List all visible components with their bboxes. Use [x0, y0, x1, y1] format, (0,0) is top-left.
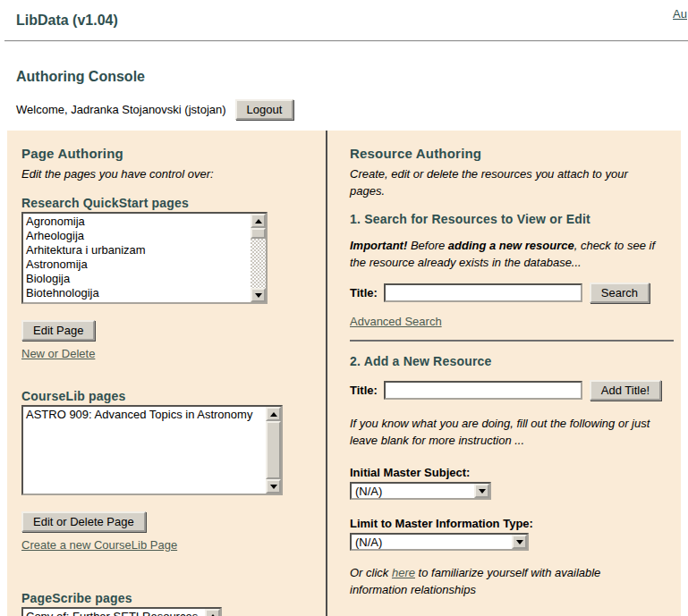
search-section-heading: 1. Search for Resources to View or Edit [350, 212, 674, 226]
add-title-label: Title: [350, 384, 378, 397]
resource-authoring-title: Resource Authoring [350, 146, 674, 161]
important-note-lead: Important! [350, 239, 407, 252]
list-item[interactable]: Biotehnologija [23, 286, 251, 300]
search-title-row: Title: Search [350, 283, 674, 303]
selected-value: (N/A) [352, 485, 474, 498]
main-panel: Page Authoring Edit the pages you have c… [7, 131, 681, 616]
scroll-up-button[interactable] [266, 407, 281, 421]
scroll-up-icon [255, 219, 262, 224]
search-button[interactable]: Search [590, 283, 650, 303]
scroll-down-icon [270, 485, 277, 489]
add-title-row: Title: Add Title! [350, 380, 674, 401]
list-item[interactable]: Astronomija [23, 257, 251, 272]
scrollbar-thumb[interactable] [251, 228, 266, 239]
add-instruction: If you know what you are doing, fill out… [350, 415, 654, 449]
master-information-type-select[interactable]: (N/A) [350, 533, 529, 551]
list-item[interactable]: Biologija [23, 272, 251, 286]
page-authoring-subtitle: Edit the pages you have control over: [21, 165, 326, 182]
resource-authoring-section: Resource Authoring Create, edit or delet… [327, 131, 681, 616]
initial-master-subject-select[interactable]: (N/A) [350, 482, 491, 500]
list-item[interactable]: Arhitektura i urbanizam [23, 243, 251, 257]
quickstart-listbox[interactable]: Agronomija Arheologija Arhitektura i urb… [21, 212, 268, 304]
dropdown-arrow-icon [516, 540, 523, 544]
scroll-up-icon [270, 412, 277, 417]
familiarize-note: Or click here to familiarize yourself wi… [350, 564, 650, 598]
add-title-input[interactable] [384, 381, 582, 400]
page-authoring-title: Page Authoring [21, 146, 326, 161]
page-title: Authoring Console [16, 69, 688, 85]
section-separator [350, 340, 674, 342]
quickstart-items: Agronomija Arheologija Arhitektura i urb… [23, 214, 251, 302]
page-authoring-section: Page Authoring Edit the pages you have c… [7, 131, 326, 616]
scroll-down-button[interactable] [251, 288, 266, 302]
create-courselib-page-link[interactable]: Create a new CourseLib Page [21, 538, 177, 552]
edit-page-button[interactable]: Edit Page [21, 320, 95, 341]
dropdown-button[interactable] [474, 484, 489, 498]
app-title: LibData (v1.04) [16, 13, 688, 29]
search-title-label: Title: [350, 286, 378, 300]
list-item[interactable]: Agronomija [23, 215, 251, 229]
list-item[interactable]: ASTRO 909: Advanced Topics in Astronomy [23, 408, 266, 422]
dropdown-arrow-icon [479, 489, 486, 494]
list-item[interactable]: Copy of: Further SETI Resources [23, 610, 205, 616]
scroll-up-button[interactable] [251, 214, 266, 228]
scroll-up-button[interactable] [205, 609, 220, 616]
new-or-delete-link[interactable]: New or Delete [21, 347, 95, 360]
welcome-row: Welcome, Jadranka Stojanovski (jstojan) … [16, 99, 688, 120]
welcome-text: Welcome, Jadranka Stojanovski (jstojan) [16, 103, 226, 116]
edit-or-delete-page-button[interactable]: Edit or Delete Page [21, 511, 146, 532]
quickstart-scrollbar[interactable] [251, 214, 266, 302]
courselib-items: ASTRO 909: Advanced Topics in Astronomy [23, 407, 266, 494]
top-right-truncated-link[interactable]: Au [673, 7, 687, 21]
courselib-heading: CourseLib pages [21, 389, 326, 403]
header-divider [4, 40, 688, 42]
scroll-down-icon [255, 293, 262, 298]
familiarize-lead: Or click [350, 566, 392, 579]
courselib-scrollbar[interactable] [266, 407, 281, 494]
selected-value: (N/A) [352, 536, 512, 549]
logout-button[interactable]: Logout [235, 99, 294, 120]
advanced-search-link[interactable]: Advanced Search [350, 315, 442, 328]
courselib-listbox[interactable]: ASTRO 909: Advanced Topics in Astronomy [21, 405, 283, 495]
pagescribe-listbox[interactable]: Copy of: Further SETI Resources Further … [21, 607, 222, 616]
important-note: Important! Before adding a new resource,… [350, 237, 674, 271]
pagescribe-heading: PageScribe pages [21, 591, 326, 605]
list-item[interactable]: Arheologija [23, 229, 251, 243]
add-title-button[interactable]: Add Title! [590, 380, 661, 401]
pagescribe-items: Copy of: Further SETI Resources Further … [23, 609, 205, 616]
important-note-bold: adding a new resource [448, 239, 574, 252]
search-title-input[interactable] [384, 283, 582, 302]
pagescribe-scrollbar[interactable] [205, 609, 220, 616]
quickstart-heading: Research QuickStart pages [21, 196, 326, 210]
master-information-type-label: Limit to Master Information Type: [350, 517, 674, 530]
scrollbar-track[interactable] [251, 239, 266, 288]
important-note-mid: Before [407, 239, 448, 252]
scroll-down-button[interactable] [266, 479, 281, 494]
add-section-heading: 2. Add a New Resource [350, 354, 674, 368]
dropdown-button[interactable] [512, 535, 527, 549]
initial-master-subject-label: Initial Master Subject: [350, 466, 674, 479]
scrollbar-thumb[interactable] [266, 421, 281, 479]
resource-authoring-subtitle: Create, edit or delete the resources you… [350, 165, 659, 199]
here-link[interactable]: here [392, 566, 415, 579]
